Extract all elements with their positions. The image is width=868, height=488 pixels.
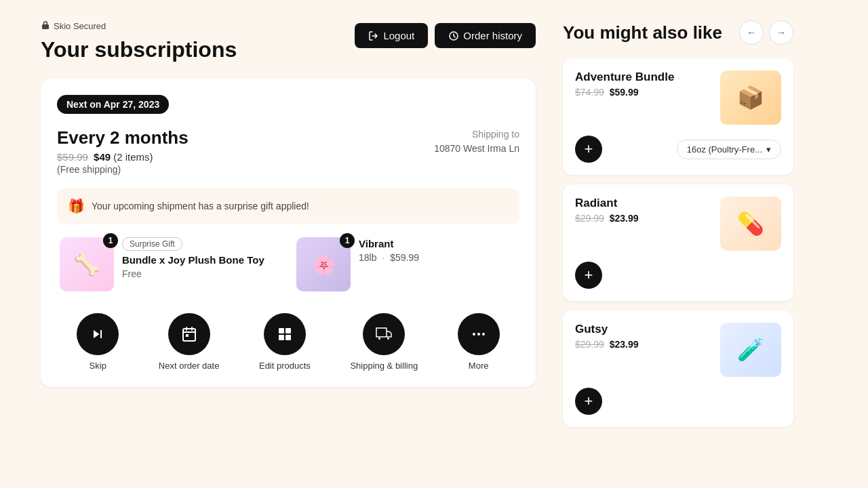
radiant-original: $29.99: [575, 213, 604, 224]
surprise-tag: Surprise Gift: [122, 237, 182, 251]
svg-point-8: [387, 338, 389, 340]
toy-price: Free: [122, 268, 280, 279]
adventure-variant-select[interactable]: 16oz (Poultry-Fre... ▾: [677, 140, 781, 159]
radiant-add-button[interactable]: +: [575, 262, 602, 289]
shipping-circle: [363, 313, 405, 355]
adventure-card-bottom: + 16oz (Poultry-Fre... ▾: [575, 136, 781, 163]
adventure-original: $74.99: [575, 87, 604, 98]
next-arrow[interactable]: →: [769, 20, 793, 45]
adventure-card-top: Adventure Bundle $74.99 $59.99 📦: [575, 70, 781, 125]
price-original: $59.99: [57, 151, 88, 163]
vibrant-price: $59.99: [390, 252, 419, 263]
next-date-badge: Next on Apr 27, 2023: [57, 95, 169, 114]
next-order-circle: [168, 313, 210, 355]
gutsy-card-top: Gutsy $29.99 $23.99 🧪: [575, 323, 781, 377]
shipping-billing-button[interactable]: Shipping & billing: [350, 313, 418, 371]
radiant-image: 💊: [720, 197, 781, 251]
next-order-date-button[interactable]: Next order date: [159, 313, 220, 371]
dot-sep: ·: [382, 252, 384, 263]
more-button[interactable]: More: [458, 313, 500, 371]
product-item-vibrant: 🌸 1 Vibrant 18lb · $59.99: [296, 237, 517, 291]
radiant-info: Radiant $29.99 $23.99: [575, 197, 720, 224]
edit-products-label: Edit products: [259, 361, 311, 371]
radiant-prices: $29.99 $23.99: [575, 213, 720, 224]
svg-point-9: [473, 333, 475, 336]
lock-icon: [41, 20, 50, 32]
subscription-card: Next on Apr 27, 2023 Every 2 months $59.…: [41, 79, 536, 387]
shipping-street: 10870 West Irma Ln: [434, 142, 519, 156]
radiant-card: Radiant $29.99 $23.99 💊 +: [563, 184, 793, 301]
items-count: (2 items): [113, 151, 153, 163]
toy-name: Bundle x Joy Plush Bone Toy: [122, 253, 280, 267]
shipping-billing-label: Shipping & billing: [350, 361, 418, 371]
gutsy-current: $23.99: [610, 339, 639, 350]
svg-rect-4: [285, 328, 291, 333]
adventure-info: Adventure Bundle $74.99 $59.99: [575, 70, 720, 98]
svg-point-10: [477, 333, 480, 336]
adventure-prices: $74.99 $59.99: [575, 87, 720, 98]
secured-label: Skio Secured: [54, 21, 106, 31]
adventure-bundle-card: Adventure Bundle $74.99 $59.99 📦 + 16oz …: [563, 58, 793, 175]
svg-point-11: [482, 333, 485, 336]
skip-label: Skip: [90, 361, 106, 371]
edit-products-circle: [264, 313, 306, 355]
vibrant-image-wrap: 🌸 1: [296, 237, 351, 291]
adventure-name: Adventure Bundle: [575, 70, 720, 84]
gutsy-prices: $29.99 $23.99: [575, 339, 720, 350]
adventure-add-button[interactable]: +: [575, 136, 602, 163]
right-panel: You might also like ← → Adventure Bundle…: [563, 20, 793, 468]
gutsy-image: 🧪: [720, 323, 781, 377]
chevron-down-icon: ▾: [766, 144, 771, 155]
header-buttons: Logout Order history: [355, 23, 536, 48]
gutsy-card-bottom: +: [575, 388, 781, 415]
shipping-label: Shipping to: [434, 127, 519, 142]
top-header: Skio Secured Your subscriptions Logout O…: [41, 20, 536, 62]
svg-rect-0: [42, 24, 49, 29]
action-buttons: Skip Next order date Edit products: [57, 308, 519, 371]
gift-banner: 🎁 Your upcoming shipment has a surprise …: [57, 188, 519, 224]
vibrant-qty-badge: 1: [340, 233, 355, 248]
gutsy-card: Gutsy $29.99 $23.99 🧪 +: [563, 310, 793, 427]
adventure-variant-label: 16oz (Poultry-Fre...: [687, 144, 762, 155]
more-label: More: [469, 361, 489, 371]
toy-qty-badge: 1: [103, 233, 118, 248]
vibrant-name: Vibrant: [359, 237, 517, 251]
toy-image-wrap: 🦴 1: [60, 237, 114, 291]
radiant-current: $23.99: [610, 213, 639, 224]
svg-rect-5: [279, 335, 284, 340]
free-shipping: (Free shipping): [57, 164, 189, 175]
title-area: Skio Secured Your subscriptions: [41, 20, 237, 62]
radiant-card-top: Radiant $29.99 $23.99 💊: [575, 197, 781, 251]
recommendations-header: You might also like ← →: [563, 20, 793, 45]
svg-point-7: [378, 338, 380, 340]
edit-products-button[interactable]: Edit products: [259, 313, 311, 371]
gift-message: Your upcoming shipment has a surprise gi…: [92, 201, 309, 211]
radiant-name: Radiant: [575, 197, 720, 210]
more-circle: [458, 313, 500, 355]
nav-arrows: ← →: [739, 20, 793, 45]
order-history-button[interactable]: Order history: [435, 23, 536, 48]
logout-button[interactable]: Logout: [355, 23, 428, 48]
left-panel: Skio Secured Your subscriptions Logout O…: [41, 20, 536, 468]
sub-price-info: Every 2 months $59.99 $49 (2 items) (Fre…: [57, 127, 189, 175]
vibrant-info: Vibrant 18lb · $59.99: [359, 237, 517, 263]
vibrant-weight: 18lb: [359, 252, 376, 263]
toy-info: Surprise Gift Bundle x Joy Plush Bone To…: [122, 237, 280, 279]
gutsy-add-button[interactable]: +: [575, 388, 602, 415]
prev-arrow[interactable]: ←: [739, 20, 764, 45]
next-order-label: Next order date: [159, 361, 220, 371]
gutsy-name: Gutsy: [575, 323, 720, 336]
gutsy-info: Gutsy $29.99 $23.99: [575, 323, 720, 350]
gutsy-original: $29.99: [575, 339, 604, 350]
price-current: $49: [94, 151, 111, 163]
shipping-address: Shipping to 10870 West Irma Ln: [434, 127, 519, 156]
sub-price-row: Every 2 months $59.99 $49 (2 items) (Fre…: [57, 127, 519, 175]
svg-rect-3: [279, 328, 284, 333]
secured-badge: Skio Secured: [41, 20, 237, 32]
sub-frequency: Every 2 months: [57, 127, 189, 148]
skip-button[interactable]: Skip: [77, 313, 119, 371]
skip-circle: [77, 313, 119, 355]
recommendations-title: You might also like: [563, 22, 722, 43]
price-line: $59.99 $49 (2 items): [57, 151, 189, 163]
svg-rect-2: [183, 329, 195, 341]
